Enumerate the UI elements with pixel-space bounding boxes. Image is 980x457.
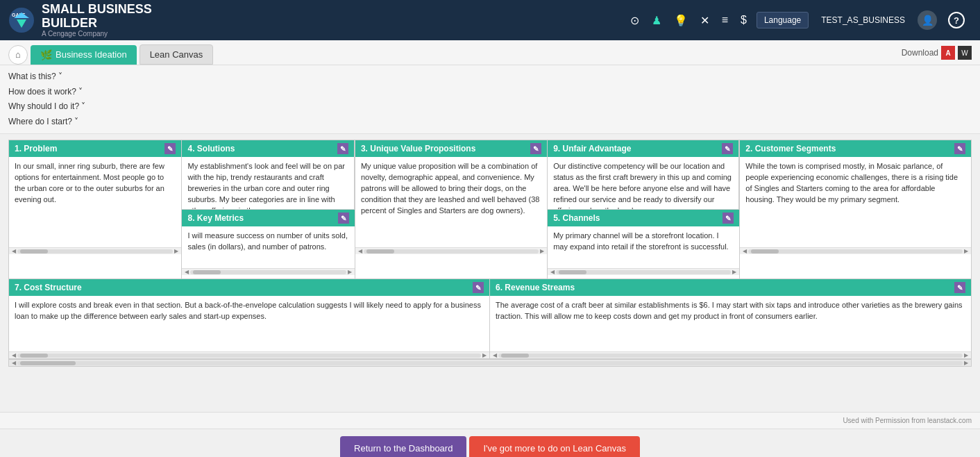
tab-bar: ⌂ 🌿 Business Ideation Lean Canvas Downlo… xyxy=(0,40,980,65)
cell-segments-content: While the town is comprised mostly, in M… xyxy=(740,157,971,247)
cell-unfair: 9. Unfair Advantage ✎ Our distinctive co… xyxy=(548,140,739,210)
edit-problem-icon[interactable]: ✎ xyxy=(164,143,176,154)
cell-problem-header: 1. Problem ✎ xyxy=(9,140,181,157)
footer-credit: Used with Permission from leanstack.com xyxy=(843,417,972,424)
help-button[interactable]: ? xyxy=(948,12,965,28)
canvas-row-1: 1. Problem ✎ In our small, inner ring su… xyxy=(9,140,971,279)
cell-channels: 5. Channels ✎ My primary channel will be… xyxy=(548,210,739,279)
cell-revenue-streams: 6. Revenue Streams ✎ The average cost of… xyxy=(490,279,971,358)
col-solutions-stack: 4. Solutions ✎ My establishment's look a… xyxy=(182,140,355,279)
cell-unfair-header: 9. Unfair Advantage ✎ xyxy=(548,140,738,157)
channels-scroll-left[interactable]: ◀ xyxy=(549,269,556,275)
edit-cost-icon[interactable]: ✎ xyxy=(473,282,484,293)
channels-scroll-right[interactable]: ▶ xyxy=(731,269,738,275)
nav-icon-chart[interactable]: ✕ xyxy=(698,11,712,30)
cell-problem-content: In our small, inner ring suburb, there a… xyxy=(9,157,181,247)
nav-icons: ⊙ ♟ 💡 ✕ ≡ $ Language TEST_AS_BUSINESS 👤 … xyxy=(627,10,965,30)
revenue-scroll-left[interactable]: ◀ xyxy=(491,352,498,358)
home-tab-button[interactable]: ⌂ xyxy=(8,45,28,65)
cell-uvp-content: My unique value proposition will be a co… xyxy=(355,157,547,247)
edit-channels-icon[interactable]: ✎ xyxy=(723,213,734,224)
canvas-scroll-left[interactable]: ◀ xyxy=(10,360,17,366)
canvas-area: 1. Problem ✎ In our small, inner ring su… xyxy=(0,134,980,412)
cell-segments-header: 2. Customer Segments ✎ xyxy=(740,140,971,157)
tab-lean-canvas[interactable]: Lean Canvas xyxy=(140,44,214,65)
return-dashboard-button[interactable]: Return to the Dashboard xyxy=(340,436,466,457)
uvp-scroll-left[interactable]: ◀ xyxy=(357,248,364,254)
canvas-bottom-scroll[interactable]: ◀ ▶ xyxy=(9,359,971,366)
lean-canvas: 1. Problem ✎ In our small, inner ring su… xyxy=(8,140,972,367)
leaf-icon: 🌿 xyxy=(40,49,52,60)
cell-cost-content: I will explore costs and break even in t… xyxy=(9,296,489,351)
logo-area: GALE SMALL BUSINESS BUILDER A Cengage Co… xyxy=(8,3,161,38)
download-word-icon[interactable]: W xyxy=(958,46,972,60)
nav-icon-doc[interactable]: ≡ xyxy=(719,11,731,29)
download-button[interactable]: Download xyxy=(902,48,938,58)
segments-scroll-left[interactable]: ◀ xyxy=(741,248,748,254)
nav-icon-person[interactable]: ♟ xyxy=(649,11,664,30)
link-how-does-it-work[interactable]: How does it work? ˅ xyxy=(8,85,972,100)
segments-scroll-right[interactable]: ▶ xyxy=(963,248,970,254)
cost-scroll-right[interactable]: ▶ xyxy=(481,352,488,358)
user-name-label: TEST_AS_BUSINESS xyxy=(821,15,905,25)
key-metrics-hscroll[interactable]: ◀ ▶ xyxy=(182,268,354,275)
gale-logo-icon: GALE xyxy=(8,7,35,33)
tab-business-ideation[interactable]: 🌿 Business Ideation xyxy=(31,45,137,65)
canvas-row-2: 7. Cost Structure ✎ I will explore costs… xyxy=(9,279,971,359)
cell-cost-header: 7. Cost Structure ✎ xyxy=(9,279,489,296)
cell-key-metrics: 8. Key Metrics ✎ I will measure success … xyxy=(182,210,354,279)
nav-icon-dollar[interactable]: $ xyxy=(738,11,750,29)
revenue-hscroll[interactable]: ◀ ▶ xyxy=(490,351,971,358)
problem-hscroll[interactable]: ◀ ▶ xyxy=(9,247,181,254)
problem-scroll-left[interactable]: ◀ xyxy=(10,248,17,254)
edit-uvp-icon[interactable]: ✎ xyxy=(530,143,541,154)
cell-key-metrics-content: I will measure success on number of unit… xyxy=(182,226,354,268)
cell-key-metrics-header: 8. Key Metrics ✎ xyxy=(182,210,354,226)
edit-solutions-icon[interactable]: ✎ xyxy=(337,143,348,154)
download-pdf-icon[interactable]: A xyxy=(941,46,955,60)
cell-revenue-header: 6. Revenue Streams ✎ xyxy=(490,279,971,296)
cell-revenue-content: The average cost of a craft beer at simi… xyxy=(490,296,971,351)
link-what-is-this[interactable]: What is this? ˅ xyxy=(8,69,972,85)
lean-canvas-button[interactable]: I've got more to do on Lean Canvas xyxy=(469,436,640,457)
cell-uvp: 3. Unique Value Propositions ✎ My unique… xyxy=(355,140,548,279)
cell-solutions: 4. Solutions ✎ My establishment's look a… xyxy=(182,140,354,210)
edit-revenue-icon[interactable]: ✎ xyxy=(954,282,965,293)
cost-hscroll[interactable]: ◀ ▶ xyxy=(9,351,489,358)
edit-segments-icon[interactable]: ✎ xyxy=(954,143,965,154)
uvp-hscroll[interactable]: ◀ ▶ xyxy=(355,247,547,254)
segments-hscroll[interactable]: ◀ ▶ xyxy=(740,247,971,254)
cell-solutions-content: My establishment's look and feel will be… xyxy=(182,157,353,210)
revenue-scroll-right[interactable]: ▶ xyxy=(963,352,970,358)
app-title: SMALL BUSINESS BUILDER xyxy=(42,3,152,31)
cost-scroll-left[interactable]: ◀ xyxy=(10,352,17,358)
key-metrics-scroll-right[interactable]: ▶ xyxy=(346,269,353,275)
link-why-should-i[interactable]: Why should I do it? ˅ xyxy=(8,99,972,115)
cell-uvp-header: 3. Unique Value Propositions ✎ xyxy=(355,140,547,157)
link-where-do-i-start[interactable]: Where do I start? ˅ xyxy=(8,115,972,130)
edit-key-metrics-icon[interactable]: ✎ xyxy=(338,213,349,224)
lean-canvas-wrapper[interactable]: 1. Problem ✎ In our small, inner ring su… xyxy=(8,140,972,367)
cell-channels-content: My primary channel will be a storefront … xyxy=(548,226,739,268)
nav-icon-bulb[interactable]: 💡 xyxy=(671,11,691,30)
cell-customer-segments: 2. Customer Segments ✎ While the town is… xyxy=(740,140,971,279)
nav-icon-circle[interactable]: ⊙ xyxy=(627,11,642,30)
col-unfair-stack: 9. Unfair Advantage ✎ Our distinctive co… xyxy=(548,140,740,279)
edit-unfair-icon[interactable]: ✎ xyxy=(722,143,733,154)
logo-subtitle: A Cengage Company xyxy=(42,30,152,38)
sidebar-links: What is this? ˅ How does it work? ˅ Why … xyxy=(0,65,980,134)
uvp-scroll-right[interactable]: ▶ xyxy=(539,248,546,254)
user-avatar[interactable]: 👤 xyxy=(918,10,937,30)
cell-cost-structure: 7. Cost Structure ✎ I will explore costs… xyxy=(9,279,490,358)
action-bar: Return to the Dashboard I've got more to… xyxy=(0,429,980,457)
top-navigation: GALE SMALL BUSINESS BUILDER A Cengage Co… xyxy=(0,0,980,40)
language-button[interactable]: Language xyxy=(757,12,809,28)
cell-channels-header: 5. Channels ✎ xyxy=(548,210,739,226)
canvas-scroll-right[interactable]: ▶ xyxy=(963,360,970,366)
channels-hscroll[interactable]: ◀ ▶ xyxy=(548,268,739,275)
cell-unfair-content: Our distinctive competency will be our l… xyxy=(548,157,738,210)
cell-problem: 1. Problem ✎ In our small, inner ring su… xyxy=(9,140,182,279)
problem-scroll-right[interactable]: ▶ xyxy=(173,248,180,254)
key-metrics-scroll-left[interactable]: ◀ xyxy=(183,269,190,275)
cell-solutions-header: 4. Solutions ✎ xyxy=(182,140,353,157)
